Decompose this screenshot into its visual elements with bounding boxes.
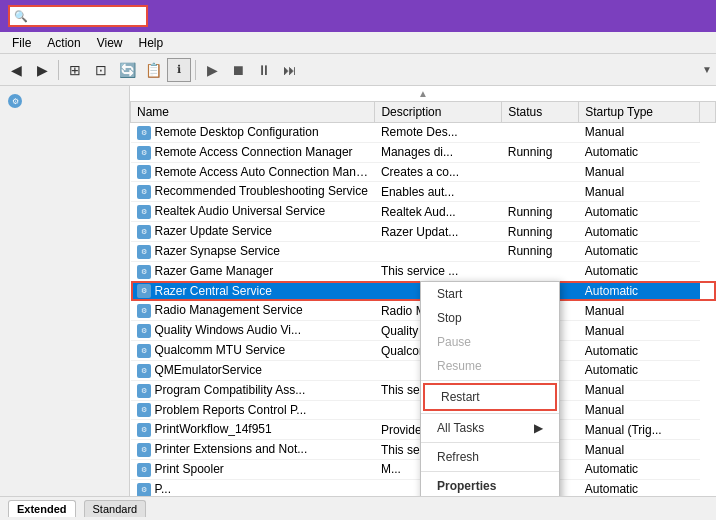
close-button[interactable]	[216, 5, 244, 27]
service-startup: Manual	[579, 162, 700, 182]
maximize-button[interactable]	[186, 5, 214, 27]
service-icon: ⚙	[137, 265, 151, 279]
ctx-sep-3	[421, 442, 559, 443]
service-status: Running	[502, 142, 579, 162]
service-icon: ⚙	[137, 205, 151, 219]
service-status	[502, 261, 579, 281]
service-desc: Enables aut...	[375, 182, 502, 202]
services-icon: ⚙	[8, 94, 22, 108]
title-search-box[interactable]: 🔍	[8, 5, 148, 27]
service-icon: ⚙	[137, 304, 151, 318]
toolbar-dropdown[interactable]: ▼	[702, 64, 712, 75]
service-name: ⚙Problem Reports Control P...	[131, 400, 375, 420]
col-name[interactable]: Name	[131, 102, 375, 123]
table-row[interactable]: ⚙Remote Desktop ConfigurationRemote Des.…	[131, 123, 716, 143]
back-button[interactable]: ◀	[4, 58, 28, 82]
toolbar-separator-2	[195, 60, 196, 80]
ctx-properties[interactable]: Properties	[421, 474, 559, 496]
service-name: ⚙P...	[131, 479, 375, 496]
menu-bar: File Action View Help	[0, 32, 716, 54]
service-startup: Automatic	[579, 281, 700, 301]
service-icon: ⚙	[137, 463, 151, 477]
service-startup: Manual	[579, 123, 700, 143]
service-icon: ⚙	[137, 443, 151, 457]
service-icon: ⚙	[137, 126, 151, 140]
ctx-start[interactable]: Start	[421, 282, 559, 306]
table-row[interactable]: ⚙Remote Access Auto Connection ManagerCr…	[131, 162, 716, 182]
forward-button[interactable]: ▶	[30, 58, 54, 82]
service-status	[502, 182, 579, 202]
ctx-pause: Pause	[421, 330, 559, 354]
tab-extended[interactable]: Extended	[8, 500, 76, 517]
service-name: ⚙QMEmulatorService	[131, 360, 375, 380]
toolbar: ◀ ▶ ⊞ ⊡ 🔄 📋 ℹ ▶ ⏹ ⏸ ⏭ ▼	[0, 54, 716, 86]
service-icon: ⚙	[137, 364, 151, 378]
title-controls	[156, 5, 244, 27]
ctx-restart[interactable]: Restart	[423, 383, 557, 411]
service-name: ⚙Radio Management Service	[131, 301, 375, 321]
table-row[interactable]: ⚙Remote Access Connection ManagerManages…	[131, 142, 716, 162]
start-toolbar-button[interactable]: ▶	[200, 58, 224, 82]
service-desc: Manages di...	[375, 142, 502, 162]
service-icon: ⚙	[137, 146, 151, 160]
service-startup: Automatic	[579, 360, 700, 380]
table-row[interactable]: ⚙Razer Synapse ServiceRunningAutomatic	[131, 241, 716, 261]
col-startup[interactable]: Startup Type	[579, 102, 700, 123]
menu-view[interactable]: View	[89, 34, 131, 52]
table-row[interactable]: ⚙Realtek Audio Universal ServiceRealtek …	[131, 202, 716, 222]
service-name: ⚙Program Compatibility Ass...	[131, 380, 375, 400]
service-status	[502, 162, 579, 182]
service-desc: Razer Updat...	[375, 222, 502, 242]
ctx-sep-1	[421, 380, 559, 381]
search-icon: 🔍	[14, 10, 28, 23]
tab-standard[interactable]: Standard	[84, 500, 147, 517]
status-bar: Extended Standard	[0, 496, 716, 520]
service-status: Running	[502, 241, 579, 261]
table-row[interactable]: ⚙Recommended Troubleshooting ServiceEnab…	[131, 182, 716, 202]
service-startup: Automatic	[579, 222, 700, 242]
service-startup: Manual	[579, 301, 700, 321]
service-startup: Automatic	[579, 261, 700, 281]
ctx-sep-4	[421, 471, 559, 472]
service-desc: This service ...	[375, 261, 502, 281]
service-name: ⚙Razer Synapse Service	[131, 241, 375, 261]
service-name: ⚙Remote Access Connection Manager	[131, 142, 375, 162]
ctx-refresh[interactable]: Refresh	[421, 445, 559, 469]
refresh-toolbar-button[interactable]: 🔄	[115, 58, 139, 82]
grid-button[interactable]: ⊡	[89, 58, 113, 82]
col-scroll	[700, 102, 716, 123]
ctx-stop[interactable]: Stop	[421, 306, 559, 330]
service-icon: ⚙	[137, 344, 151, 358]
menu-help[interactable]: Help	[131, 34, 172, 52]
menu-action[interactable]: Action	[39, 34, 88, 52]
col-status[interactable]: Status	[502, 102, 579, 123]
minimize-button[interactable]	[156, 5, 184, 27]
service-startup: Automatic	[579, 241, 700, 261]
table-row[interactable]: ⚙Razer Game ManagerThis service ...Autom…	[131, 261, 716, 281]
show-hide-button[interactable]: ⊞	[63, 58, 87, 82]
left-panel-title: ⚙	[4, 90, 125, 112]
restart-toolbar-button[interactable]: ⏭	[278, 58, 302, 82]
col-description[interactable]: Description	[375, 102, 502, 123]
service-name: ⚙Qualcomm MTU Service	[131, 341, 375, 361]
pause-toolbar-button[interactable]: ⏸	[252, 58, 276, 82]
service-icon: ⚙	[137, 324, 151, 338]
ctx-all-tasks[interactable]: All Tasks ▶	[421, 416, 559, 440]
service-startup: Manual (Trig...	[579, 420, 700, 440]
service-desc	[375, 241, 502, 261]
export-button[interactable]: 📋	[141, 58, 165, 82]
service-name: ⚙Remote Access Auto Connection Manager	[131, 162, 375, 182]
table-row[interactable]: ⚙Razer Update ServiceRazer Updat...Runni…	[131, 222, 716, 242]
service-startup: Automatic	[579, 460, 700, 480]
context-menu: Start Stop Pause Resume Restart All Task…	[420, 281, 560, 496]
table-header-row: Name Description Status Startup Type	[131, 102, 716, 123]
services-table-container[interactable]: ▲ Name Description Status Startup Type ⚙…	[130, 86, 716, 496]
stop-toolbar-button[interactable]: ⏹	[226, 58, 250, 82]
service-desc: Creates a co...	[375, 162, 502, 182]
service-name: ⚙Razer Game Manager	[131, 261, 375, 281]
menu-file[interactable]: File	[4, 34, 39, 52]
title-bar: 🔍	[0, 0, 716, 32]
properties-toolbar-button[interactable]: ℹ	[167, 58, 191, 82]
service-name: ⚙Razer Update Service	[131, 222, 375, 242]
service-name: ⚙Print Spooler	[131, 460, 375, 480]
